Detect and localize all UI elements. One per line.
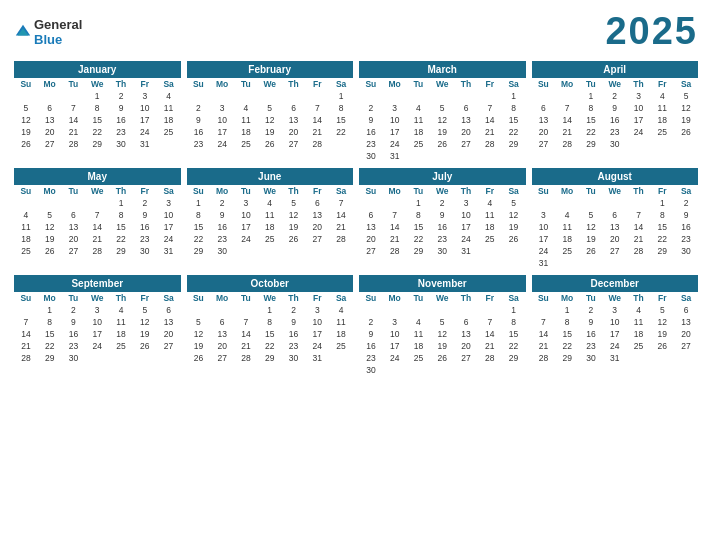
- cal-day: 26: [282, 233, 306, 245]
- month-header-november: November: [359, 275, 526, 292]
- table-row: 123456: [14, 304, 181, 316]
- cal-day: 4: [258, 197, 282, 209]
- cal-day: 29: [258, 352, 282, 364]
- cal-day: 2: [603, 90, 627, 102]
- cal-day: 14: [532, 328, 556, 340]
- cal-day: 27: [62, 245, 86, 257]
- cal-day: [359, 197, 383, 209]
- table-row: 14151617181920: [14, 328, 181, 340]
- day-header-th: Th: [454, 78, 478, 90]
- cal-day: 20: [282, 126, 306, 138]
- cal-day: 24: [85, 340, 109, 352]
- cal-day: 16: [674, 221, 698, 233]
- cal-day: 1: [38, 304, 62, 316]
- month-header-july: July: [359, 168, 526, 185]
- cal-day: [532, 197, 556, 209]
- cal-day: 28: [478, 138, 502, 150]
- cal-day: 4: [650, 90, 674, 102]
- day-header-tu: Tu: [407, 292, 431, 304]
- table-row: 21222324252627: [532, 340, 699, 352]
- cal-day: [187, 304, 211, 316]
- cal-day: [627, 352, 651, 364]
- month-block-october: OctoberSuMoTuWeThFrSa1234567891011121314…: [187, 275, 354, 376]
- cal-day: 2: [109, 90, 133, 102]
- month-block-december: DecemberSuMoTuWeThFrSa123456789101112131…: [532, 275, 699, 376]
- cal-day: [454, 364, 478, 376]
- cal-day: 23: [359, 138, 383, 150]
- month-header-march: March: [359, 61, 526, 78]
- cal-day: 19: [650, 328, 674, 340]
- cal-day: 24: [627, 126, 651, 138]
- day-header-th: Th: [454, 185, 478, 197]
- cal-day: 26: [38, 245, 62, 257]
- cal-day: 3: [234, 197, 258, 209]
- day-header-mo: Mo: [555, 185, 579, 197]
- cal-day: 15: [502, 114, 526, 126]
- cal-day: [454, 304, 478, 316]
- cal-day: 12: [650, 316, 674, 328]
- day-header-tu: Tu: [234, 78, 258, 90]
- day-header-tu: Tu: [234, 292, 258, 304]
- cal-day: 8: [258, 316, 282, 328]
- cal-day: 1: [407, 197, 431, 209]
- cal-day: 1: [650, 197, 674, 209]
- day-header-mo: Mo: [38, 185, 62, 197]
- cal-day: 28: [627, 245, 651, 257]
- cal-day: 8: [555, 316, 579, 328]
- cal-day: 18: [14, 233, 38, 245]
- table-row: 28293031: [532, 352, 699, 364]
- cal-day: 11: [627, 316, 651, 328]
- cal-day: 14: [329, 209, 353, 221]
- day-header-su: Su: [532, 292, 556, 304]
- cal-day: 6: [603, 209, 627, 221]
- day-header-su: Su: [359, 185, 383, 197]
- day-header-th: Th: [282, 185, 306, 197]
- cal-day: 7: [478, 316, 502, 328]
- day-header-su: Su: [187, 292, 211, 304]
- table-row: 24252627282930: [532, 245, 699, 257]
- cal-day: [430, 304, 454, 316]
- day-header-tu: Tu: [62, 78, 86, 90]
- cal-day: 18: [407, 340, 431, 352]
- cal-day: [454, 90, 478, 102]
- table-row: 1234567: [187, 197, 354, 209]
- day-header-fr: Fr: [133, 292, 157, 304]
- cal-day: 14: [14, 328, 38, 340]
- cal-day: [38, 90, 62, 102]
- cal-day: 11: [478, 209, 502, 221]
- cal-day: 17: [627, 114, 651, 126]
- cal-day: [407, 150, 431, 162]
- cal-day: 2: [430, 197, 454, 209]
- cal-day: 8: [85, 102, 109, 114]
- cal-day: 2: [210, 197, 234, 209]
- day-header-we: We: [430, 78, 454, 90]
- cal-day: 13: [282, 114, 306, 126]
- cal-day: 31: [133, 138, 157, 150]
- day-header-th: Th: [282, 78, 306, 90]
- cal-day: 25: [407, 352, 431, 364]
- cal-day: 26: [502, 233, 526, 245]
- cal-day: [329, 352, 353, 364]
- cal-day: 14: [478, 328, 502, 340]
- table-row: 12131415161718: [187, 328, 354, 340]
- table-row: 282930: [14, 352, 181, 364]
- cal-day: 14: [85, 221, 109, 233]
- cal-day: 25: [555, 245, 579, 257]
- cal-day: 5: [258, 102, 282, 114]
- cal-day: 18: [329, 328, 353, 340]
- cal-day: [478, 90, 502, 102]
- cal-day: 17: [603, 328, 627, 340]
- table-row: 31: [532, 257, 699, 269]
- cal-day: 8: [38, 316, 62, 328]
- table-row: 16171819202122: [187, 126, 354, 138]
- cal-day: 17: [305, 328, 329, 340]
- cal-day: 15: [85, 114, 109, 126]
- cal-day: [258, 245, 282, 257]
- cal-day: [157, 352, 181, 364]
- table-row: 10111213141516: [532, 221, 699, 233]
- day-header-we: We: [85, 185, 109, 197]
- cal-day: 19: [579, 233, 603, 245]
- cal-day: 20: [62, 233, 86, 245]
- cal-day: 15: [407, 221, 431, 233]
- cal-day: 9: [430, 209, 454, 221]
